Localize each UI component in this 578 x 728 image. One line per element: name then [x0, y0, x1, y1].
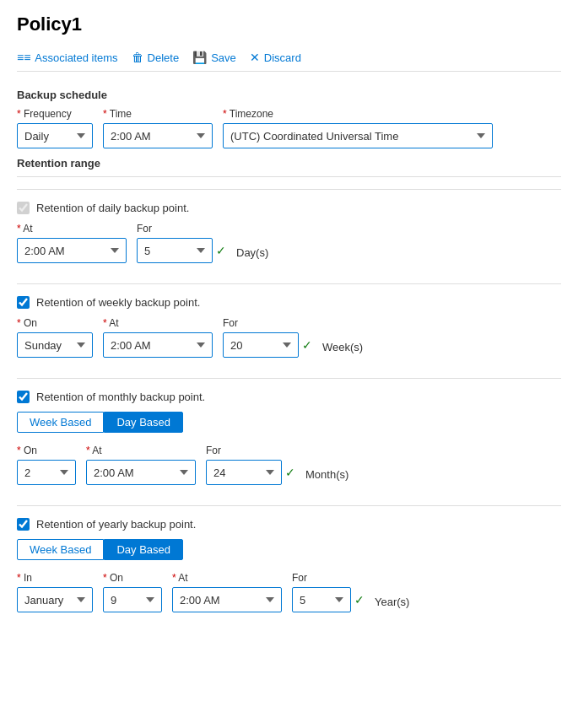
daily-unit: Day(s): [236, 246, 268, 263]
monthly-at-field: * At 2:00 AM: [86, 445, 196, 485]
yearly-checkbox-label: Retention of yearly backup point.: [36, 518, 196, 531]
daily-for-field: For 5 ✓: [137, 223, 226, 263]
weekly-at-label: * At: [103, 317, 213, 329]
save-icon: 💾: [192, 51, 207, 64]
monthly-for-label: For: [206, 445, 295, 456]
daily-checkbox[interactable]: [17, 202, 30, 214]
save-label: Save: [211, 51, 236, 64]
time-label: * Time: [103, 108, 213, 120]
yearly-at-select[interactable]: 2:00 AM: [172, 587, 282, 612]
weekly-unit: Week(s): [322, 341, 363, 358]
daily-retention: Retention of daily backup point. * At 2:…: [17, 189, 561, 283]
weekly-for-check: ✓: [302, 338, 312, 352]
weekly-on-label: * On: [17, 317, 93, 329]
yearly-unit: Year(s): [375, 596, 409, 612]
yearly-for-check: ✓: [354, 593, 365, 607]
associated-items-icon: ≡≡: [17, 51, 30, 64]
retention-range-section: Retention range Retention of daily backu…: [17, 157, 561, 633]
retention-range-header: Retention range: [17, 157, 561, 170]
monthly-on-label: * On: [17, 445, 76, 456]
monthly-checkbox-label: Retention of monthly backup point.: [36, 391, 205, 403]
yearly-for-label: For: [292, 572, 365, 584]
monthly-for-check: ✓: [285, 466, 295, 479]
yearly-in-label: * In: [17, 572, 93, 584]
yearly-on-label: * On: [103, 572, 162, 584]
monthly-checkbox[interactable]: [17, 391, 30, 403]
timezone-label: * Timezone: [223, 108, 493, 120]
delete-icon: 🗑: [132, 51, 143, 64]
yearly-at-label: * At: [172, 572, 282, 584]
discard-button[interactable]: ✕ Discard: [250, 51, 301, 64]
page-title: Policy1: [17, 13, 561, 35]
time-select[interactable]: 2:00 AM 3:00 AM 4:00 AM: [103, 123, 213, 148]
weekly-at-field: * At 2:00 AM: [103, 317, 213, 358]
monthly-unit: Month(s): [305, 468, 348, 485]
monthly-for-field: For 24 ✓: [206, 445, 295, 485]
monthly-week-based-tab[interactable]: Week Based: [17, 412, 104, 433]
yearly-day-based-tab[interactable]: Day Based: [104, 539, 183, 560]
retention-divider: [17, 176, 561, 177]
weekly-checkbox-label: Retention of weekly backup point.: [36, 296, 200, 309]
time-field: * Time 2:00 AM 3:00 AM 4:00 AM: [103, 108, 213, 148]
backup-schedule-header: Backup schedule: [17, 89, 561, 101]
frequency-label: * Frequency: [17, 108, 93, 120]
monthly-at-label: * At: [86, 445, 196, 456]
monthly-on-select[interactable]: 2: [17, 460, 76, 485]
weekly-checkbox[interactable]: [17, 296, 30, 309]
weekly-for-select[interactable]: 20: [223, 332, 299, 358]
daily-for-label: For: [137, 223, 226, 235]
daily-checkbox-label: Retention of daily backup point.: [36, 202, 189, 214]
weekly-at-select[interactable]: 2:00 AM: [103, 332, 213, 358]
yearly-week-based-tab[interactable]: Week Based: [17, 539, 104, 560]
associated-items-label: Associated items: [35, 51, 117, 64]
backup-schedule-section: Backup schedule * Frequency Daily Weekly…: [17, 89, 561, 148]
delete-label: Delete: [148, 51, 180, 64]
weekly-on-select[interactable]: Sunday Monday Tuesday Wednesday Thursday…: [17, 332, 93, 358]
weekly-for-label: For: [223, 317, 312, 329]
monthly-day-based-tab[interactable]: Day Based: [104, 412, 183, 433]
monthly-retention: Retention of monthly backup point. Week …: [17, 378, 561, 505]
yearly-retention: Retention of yearly backup point. Week B…: [17, 505, 561, 633]
associated-items-button[interactable]: ≡≡ Associated items: [17, 51, 118, 64]
weekly-retention: Retention of weekly backup point. * On S…: [17, 283, 561, 378]
daily-at-label: * At: [17, 223, 127, 235]
yearly-at-field: * At 2:00 AM: [172, 572, 282, 612]
yearly-for-select[interactable]: 5: [292, 587, 351, 612]
timezone-field: * Timezone (UTC) Coordinated Universal T…: [223, 108, 493, 148]
save-button[interactable]: 💾 Save: [192, 51, 236, 64]
daily-at-select[interactable]: 2:00 AM: [17, 238, 127, 263]
monthly-tab-group: Week Based Day Based: [17, 412, 561, 433]
daily-for-check: ✓: [216, 244, 226, 257]
frequency-field: * Frequency Daily Weekly Monthly: [17, 108, 93, 148]
monthly-at-select[interactable]: 2:00 AM: [86, 460, 196, 485]
weekly-for-field: For 20 ✓: [223, 317, 312, 358]
frequency-select[interactable]: Daily Weekly Monthly: [17, 123, 93, 148]
discard-icon: ✕: [250, 51, 260, 64]
yearly-on-field: * On 9: [103, 572, 162, 612]
monthly-for-select[interactable]: 24: [206, 460, 282, 485]
yearly-on-select[interactable]: 9: [103, 587, 162, 612]
yearly-tab-group: Week Based Day Based: [17, 539, 561, 560]
discard-label: Discard: [264, 51, 301, 64]
yearly-in-select[interactable]: January February March April May June Ju…: [17, 587, 93, 612]
monthly-on-field: * On 2: [17, 445, 76, 485]
yearly-for-field: For 5 ✓: [292, 572, 365, 612]
timezone-select[interactable]: (UTC) Coordinated Universal Time (UTC-05…: [223, 123, 493, 148]
daily-at-field: * At 2:00 AM: [17, 223, 127, 263]
yearly-checkbox[interactable]: [17, 518, 30, 531]
weekly-on-field: * On Sunday Monday Tuesday Wednesday Thu…: [17, 317, 93, 358]
yearly-in-field: * In January February March April May Ju…: [17, 572, 93, 612]
daily-for-select[interactable]: 5: [137, 238, 213, 263]
toolbar: ≡≡ Associated items 🗑 Delete 💾 Save ✕ Di…: [17, 44, 561, 72]
delete-button[interactable]: 🗑 Delete: [132, 51, 180, 64]
